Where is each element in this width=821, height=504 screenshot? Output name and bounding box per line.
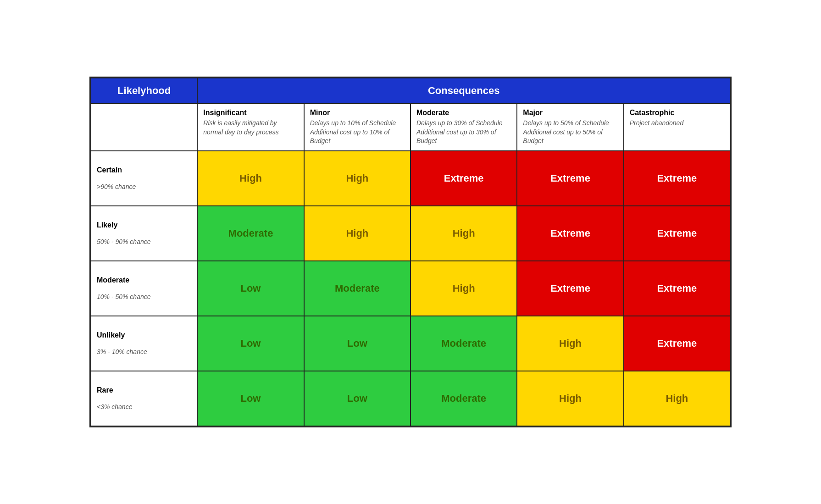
risk-cell-r3-c1: Low [304,316,410,371]
likelihood-desc-3: 3% - 10% chance [97,348,147,355]
risk-cell-r4-c4: High [624,371,730,426]
likelihood-desc-1: 50% - 90% chance [97,238,151,245]
col-catastrophic-title: Catastrophic [630,109,724,117]
risk-table-body: Certain>90% chanceHighHighExtremeExtreme… [91,151,730,426]
risk-cell-r4-c1: Low [304,371,410,426]
col-minor-desc: Delays up to 10% of Schedule Additional … [310,119,396,144]
risk-cell-r1-c4: Extreme [624,206,730,261]
table-row: Certain>90% chanceHighHighExtremeExtreme… [91,151,730,206]
empty-subheader [91,104,197,151]
risk-cell-r3-c0: Low [197,316,304,371]
risk-cell-r0-c4: Extreme [624,151,730,206]
risk-cell-r2-c0: Low [197,261,304,316]
risk-cell-r2-c1: Moderate [304,261,410,316]
likelihood-desc-0: >90% chance [97,183,136,190]
col-catastrophic: Catastrophic Project abandoned [624,104,730,151]
likelihood-cell-4: Rare<3% chance [91,371,197,426]
risk-cell-r3-c4: Extreme [624,316,730,371]
col-minor: Minor Delays up to 10% of Schedule Addit… [304,104,410,151]
risk-cell-r1-c0: Moderate [197,206,304,261]
likelihood-title-1: Likely [97,221,191,229]
col-major: Major Delays up to 50% of Schedule Addit… [517,104,623,151]
risk-cell-r1-c1: High [304,206,410,261]
likelihood-cell-3: Unlikely3% - 10% chance [91,316,197,371]
likelihood-header: Likelyhood [91,78,197,104]
col-major-title: Major [523,109,617,117]
likelihood-title-2: Moderate [97,276,191,284]
risk-matrix-table: Likelyhood Consequences Insignificant Ri… [90,78,731,426]
likelihood-title-4: Rare [97,386,191,394]
likelihood-cell-2: Moderate10% - 50% chance [91,261,197,316]
col-moderate-title: Moderate [416,109,511,117]
risk-cell-r4-c3: High [517,371,623,426]
likelihood-cell-1: Likely50% - 90% chance [91,206,197,261]
likelihood-cell-0: Certain>90% chance [91,151,197,206]
col-insignificant-title: Insignificant [203,109,298,117]
col-moderate: Moderate Delays up to 30% of Schedule Ad… [410,104,517,151]
risk-cell-r2-c3: Extreme [517,261,623,316]
col-catastrophic-desc: Project abandoned [630,119,684,127]
risk-cell-r2-c2: High [410,261,517,316]
risk-cell-r3-c2: Moderate [410,316,517,371]
risk-cell-r4-c0: Low [197,371,304,426]
main-header-row: Likelyhood Consequences [91,78,730,104]
risk-cell-r1-c3: Extreme [517,206,623,261]
table-row: Rare<3% chanceLowLowModerateHighHigh [91,371,730,426]
col-major-desc: Delays up to 50% of Schedule Additional … [523,119,609,144]
table-row: Moderate10% - 50% chanceLowModerateHighE… [91,261,730,316]
risk-cell-r2-c4: Extreme [624,261,730,316]
likelihood-title-3: Unlikely [97,331,191,339]
table-row: Unlikely3% - 10% chanceLowLowModerateHig… [91,316,730,371]
column-subheader-row: Insignificant Risk is easily mitigated b… [91,104,730,151]
col-minor-title: Minor [310,109,405,117]
risk-cell-r0-c3: Extreme [517,151,623,206]
risk-matrix-wrapper: Likelyhood Consequences Insignificant Ri… [89,77,732,427]
col-insignificant-desc: Risk is easily mitigated by normal day t… [203,119,278,136]
col-moderate-desc: Delays up to 30% of Schedule Additional … [416,119,503,144]
risk-cell-r4-c2: Moderate [410,371,517,426]
risk-cell-r0-c1: High [304,151,410,206]
likelihood-desc-2: 10% - 50% chance [97,293,151,300]
likelihood-desc-4: <3% chance [97,403,132,410]
risk-cell-r0-c2: Extreme [410,151,517,206]
risk-cell-r0-c0: High [197,151,304,206]
col-insignificant: Insignificant Risk is easily mitigated b… [197,104,304,151]
risk-cell-r3-c3: High [517,316,623,371]
consequences-header: Consequences [197,78,730,104]
risk-cell-r1-c2: High [410,206,517,261]
table-row: Likely50% - 90% chanceModerateHighHighEx… [91,206,730,261]
likelihood-title-0: Certain [97,166,191,174]
